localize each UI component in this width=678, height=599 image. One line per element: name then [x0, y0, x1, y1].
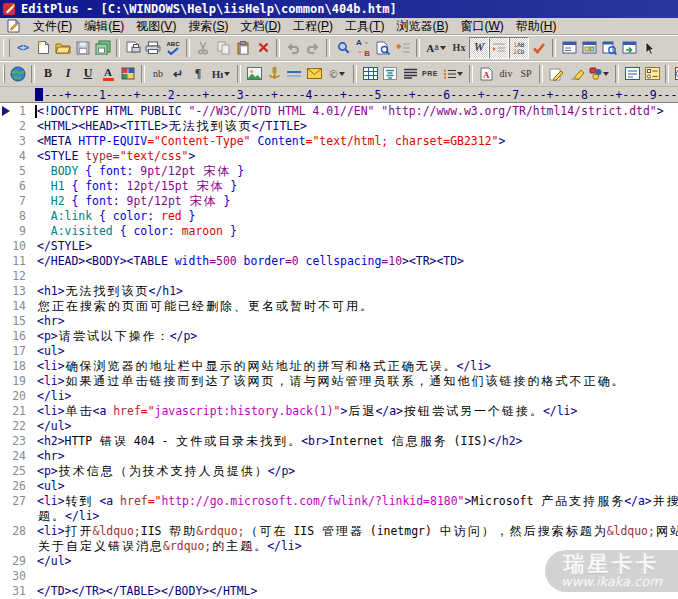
pre-button[interactable]: PRE: [420, 63, 440, 85]
code-line[interactable]: 2<HTML><HEAD><TITLE>无法找到该页</TITLE>: [0, 119, 678, 134]
menu-file[interactable]: 文件(F): [27, 18, 78, 35]
delete-button[interactable]: [253, 37, 273, 59]
document-menu-icon[interactable]: [6, 19, 21, 33]
horizontal-rule-button[interactable]: [284, 63, 304, 85]
code-editor[interactable]: 1<!DOCTYPE HTML PUBLIC "-//W3C//DTD HTML…: [0, 103, 678, 599]
save-all-button[interactable]: [93, 37, 113, 59]
code-line[interactable]: 1<!DOCTYPE HTML PUBLIC "-//W3C//DTD HTML…: [0, 104, 678, 119]
browser-preview-button[interactable]: [8, 63, 28, 85]
code-line[interactable]: 27<li>转到 <a href="http://go.microsoft.co…: [0, 494, 678, 509]
code-line[interactable]: 4<STYLE type="text/css">: [0, 149, 678, 164]
code-line[interactable]: 15<hr>: [0, 314, 678, 329]
code-line[interactable]: 19<li>如果通过单击链接而到达了该网页，请与网站管理员联系，通知他们该链接的…: [0, 374, 678, 389]
code-line[interactable]: 5 BODY { font: 9pt/12pt 宋体 }: [0, 164, 678, 179]
code-line[interactable]: 18<li>确保浏览器的地址栏中显示的网站地址的拼写和格式正确无误。</li>: [0, 359, 678, 374]
save-button[interactable]: [73, 37, 93, 59]
open-button[interactable]: [53, 37, 73, 59]
code-line[interactable]: 12: [0, 269, 678, 284]
font-color-button[interactable]: A: [98, 63, 118, 85]
menu-document[interactable]: 文档(D): [234, 18, 287, 35]
heading-button[interactable]: Hı: [208, 63, 234, 85]
code-line[interactable]: 24<hr>: [0, 449, 678, 464]
table-button[interactable]: [360, 63, 380, 85]
menu-edit[interactable]: 编辑(E): [78, 18, 130, 35]
print-preview-button[interactable]: [123, 37, 143, 59]
code-line[interactable]: 25<p>技术信息（为技术支持人员提供）</p>: [0, 464, 678, 479]
menu-tools[interactable]: 工具(T): [339, 18, 390, 35]
document-list-button[interactable]: [559, 37, 579, 59]
form-controls-button[interactable]: [642, 63, 662, 85]
font-list-button[interactable]: Aã: [423, 37, 449, 59]
paste-button[interactable]: [233, 37, 253, 59]
menu-browser[interactable]: 浏览器(B): [390, 18, 454, 35]
code-line[interactable]: 6 H1 { font: 12pt/15pt 宋体 }: [0, 179, 678, 194]
title-bar[interactable]: EditPlus - [C:\WINDOWS\Help\iisHelp\comm…: [0, 0, 678, 18]
paragraph-button[interactable]: ¶: [188, 63, 208, 85]
code-line[interactable]: 26<ul>: [0, 479, 678, 494]
code-line[interactable]: 28<li>打开&ldquo;IIS 帮助&rdquo;（可在 IIS 管理器 …: [0, 524, 678, 539]
code-line[interactable]: 22</ul>: [0, 419, 678, 434]
replace-button[interactable]: AB: [353, 37, 373, 59]
word-wrap-button[interactable]: W: [469, 37, 489, 59]
undo-button[interactable]: [283, 37, 303, 59]
object-insert-button[interactable]: [586, 63, 612, 85]
browser-view-button[interactable]: [619, 37, 639, 59]
hex-view-button[interactable]: Hx: [449, 37, 469, 59]
blockquote-button[interactable]: [400, 63, 420, 85]
center-text-button[interactable]: [380, 63, 400, 85]
bold-button[interactable]: B: [38, 63, 58, 85]
script-tag-button[interactable]: [672, 63, 678, 85]
code-line[interactable]: 9 A:visited { color: maroon }: [0, 224, 678, 239]
code-line[interactable]: 20</li>: [0, 389, 678, 404]
code-line[interactable]: 8 A:link { color: red }: [0, 209, 678, 224]
code-line[interactable]: 23<h2>HTTP 错误 404 - 文件或目录未找到。<br>Interne…: [0, 434, 678, 449]
toolbar-grip[interactable]: [3, 39, 10, 57]
menu-search[interactable]: 搜索(S): [182, 18, 234, 35]
code-line[interactable]: 7 H2 { font: 9pt/12pt 宋体 }: [0, 194, 678, 209]
image-button[interactable]: [244, 63, 264, 85]
style-tag-button[interactable]: A: [476, 63, 496, 85]
redo-button[interactable]: [303, 37, 323, 59]
line-numbers-button[interactable]: 1AB2CD: [509, 37, 529, 59]
select-mode-button[interactable]: [639, 37, 659, 59]
find-button[interactable]: [333, 37, 353, 59]
email-link-button[interactable]: [304, 63, 324, 85]
code-line[interactable]: 题。</li>: [0, 509, 678, 524]
code-line[interactable]: 21<li>单击<a href="javascript:history.back…: [0, 404, 678, 419]
cut-button[interactable]: [193, 37, 213, 59]
syntax-check-button[interactable]: [529, 37, 549, 59]
code-line[interactable]: 16<p>请尝试以下操作：</p>: [0, 329, 678, 344]
div-tag-button[interactable]: div: [496, 63, 516, 85]
code-line[interactable]: 13<h1>无法找到该页</h1>: [0, 284, 678, 299]
auto-indent-button[interactable]: [489, 37, 509, 59]
code-line[interactable]: 14您正在搜索的页面可能已经删除、更名或暂时不可用。: [0, 299, 678, 314]
special-char-button[interactable]: ©: [324, 63, 350, 85]
code-line[interactable]: 3<META HTTP-EQUIV="Content-Type" Content…: [0, 134, 678, 149]
list-button[interactable]: [440, 63, 466, 85]
color-picker-button[interactable]: [118, 63, 138, 85]
code-line[interactable]: 17<ul>: [0, 344, 678, 359]
anchor-button[interactable]: [264, 63, 284, 85]
nbsp-button[interactable]: nb: [148, 63, 168, 85]
menu-project[interactable]: 工程(P): [287, 18, 339, 35]
new-doc-button[interactable]: [33, 37, 53, 59]
menu-help[interactable]: 帮助(H): [510, 18, 563, 35]
form-input-button[interactable]: [622, 63, 642, 85]
new-html-button[interactable]: <>: [13, 37, 33, 59]
code-line[interactable]: 11</HEAD><BODY><TABLE width=500 border=0…: [0, 254, 678, 269]
copy-button[interactable]: [213, 37, 233, 59]
toolbar-grip[interactable]: [3, 65, 5, 83]
spell-check-button[interactable]: ABC: [163, 37, 183, 59]
menu-view[interactable]: 视图(V): [130, 18, 182, 35]
menu-window[interactable]: 窗口(W): [454, 18, 509, 35]
print-button[interactable]: [143, 37, 163, 59]
document-tabs-button[interactable]: [579, 37, 599, 59]
find-in-files-button[interactable]: [373, 37, 393, 59]
span-tag-button[interactable]: SP: [516, 63, 536, 85]
underline-button[interactable]: U: [78, 63, 98, 85]
erase-tag-button[interactable]: [566, 63, 586, 85]
goto-line-button[interactable]: [393, 37, 413, 59]
italic-button[interactable]: I: [58, 63, 78, 85]
document-zoom-button[interactable]: [599, 37, 619, 59]
edit-tag-button[interactable]: [546, 63, 566, 85]
